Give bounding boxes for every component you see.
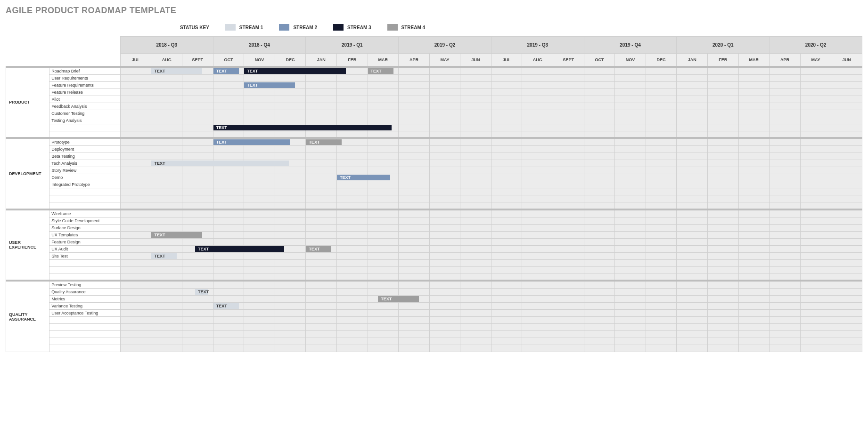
timeline-cell[interactable] (800, 345, 831, 352)
timeline-cell[interactable] (522, 103, 553, 110)
timeline-cell[interactable] (677, 117, 708, 124)
timeline-cell[interactable] (213, 224, 244, 231)
timeline-cell[interactable] (646, 195, 677, 202)
timeline-cell[interactable] (770, 310, 801, 317)
timeline-cell[interactable] (368, 274, 399, 281)
timeline-cell[interactable] (677, 274, 708, 281)
timeline-cell[interactable] (491, 174, 522, 181)
timeline-cell[interactable] (707, 345, 738, 352)
timeline-cell[interactable] (646, 281, 677, 289)
timeline-cell[interactable] (429, 324, 460, 331)
timeline-cell[interactable] (460, 281, 491, 289)
timeline-cell[interactable] (831, 117, 862, 124)
timeline-cell[interactable] (646, 296, 677, 303)
timeline-cell[interactable] (522, 266, 553, 274)
timeline-cell[interactable] (151, 245, 182, 252)
timeline-cell[interactable] (491, 96, 522, 103)
timeline-cell[interactable] (368, 245, 399, 252)
timeline-cell[interactable] (491, 217, 522, 224)
timeline-cell[interactable] (584, 345, 615, 352)
timeline-cell[interactable] (584, 89, 615, 96)
timeline-cell[interactable] (646, 188, 677, 195)
timeline-cell[interactable] (399, 202, 430, 209)
timeline-cell[interactable] (677, 96, 708, 103)
task-label[interactable]: Demo (49, 174, 121, 181)
timeline-cell[interactable] (738, 74, 770, 81)
timeline-cell[interactable] (399, 252, 430, 259)
timeline-cell[interactable] (182, 174, 213, 181)
timeline-cell[interactable] (336, 217, 368, 224)
timeline-cell[interactable] (336, 89, 368, 96)
timeline-cell[interactable] (244, 131, 275, 138)
timeline-cell[interactable] (120, 96, 151, 103)
timeline-cell[interactable] (800, 324, 831, 331)
timeline-cell[interactable] (615, 317, 646, 324)
timeline-cell[interactable] (738, 217, 770, 224)
timeline-cell[interactable] (244, 153, 275, 160)
timeline-cell[interactable] (584, 110, 615, 117)
timeline-cell[interactable] (275, 266, 306, 274)
timeline-cell[interactable] (336, 224, 368, 231)
timeline-cell[interactable] (553, 131, 584, 138)
timeline-cell[interactable] (615, 338, 646, 345)
timeline-cell[interactable] (213, 174, 244, 181)
timeline-cell[interactable] (522, 195, 553, 202)
timeline-cell[interactable] (831, 338, 862, 345)
timeline-cell[interactable] (553, 266, 584, 274)
timeline-cell[interactable] (460, 153, 491, 160)
timeline-cell[interactable] (677, 138, 708, 146)
timeline-cell[interactable] (336, 231, 368, 238)
timeline-cell[interactable] (182, 266, 213, 274)
timeline-cell[interactable] (182, 310, 213, 317)
timeline-cell[interactable] (615, 110, 646, 117)
timeline-cell[interactable] (615, 131, 646, 138)
timeline-cell[interactable] (244, 345, 275, 352)
timeline-cell[interactable] (800, 67, 831, 75)
timeline-cell[interactable] (615, 303, 646, 310)
timeline-cell[interactable] (491, 331, 522, 338)
timeline-cell[interactable] (707, 96, 738, 103)
task-label[interactable] (49, 338, 121, 345)
timeline-cell[interactable] (831, 138, 862, 146)
timeline-cell[interactable] (677, 331, 708, 338)
timeline-cell[interactable] (151, 74, 182, 81)
timeline-cell[interactable] (306, 266, 337, 274)
timeline-cell[interactable] (522, 259, 553, 266)
timeline-cell[interactable] (120, 274, 151, 281)
timeline-cell[interactable] (151, 274, 182, 281)
timeline-cell[interactable] (522, 245, 553, 252)
timeline-cell[interactable] (275, 331, 306, 338)
timeline-cell[interactable] (151, 138, 182, 146)
timeline-cell[interactable] (306, 167, 337, 174)
timeline-cell[interactable] (584, 209, 615, 217)
timeline-cell[interactable] (182, 103, 213, 110)
timeline-cell[interactable] (831, 231, 862, 238)
timeline-cell[interactable] (151, 217, 182, 224)
timeline-cell[interactable] (738, 167, 770, 174)
timeline-cell[interactable] (213, 131, 244, 138)
timeline-cell[interactable] (368, 338, 399, 345)
timeline-cell[interactable] (646, 238, 677, 245)
timeline-cell[interactable] (368, 131, 399, 138)
timeline-cell[interactable] (800, 89, 831, 96)
timeline-cell[interactable] (151, 195, 182, 202)
timeline-cell[interactable] (738, 231, 770, 238)
timeline-cell[interactable]: TEXT (244, 67, 275, 75)
timeline-cell[interactable] (399, 345, 430, 352)
timeline-cell[interactable] (800, 74, 831, 81)
timeline-cell[interactable] (151, 310, 182, 317)
timeline-cell[interactable] (553, 153, 584, 160)
timeline-cell[interactable] (800, 110, 831, 117)
timeline-cell[interactable]: TEXT (306, 245, 337, 252)
timeline-cell[interactable] (429, 245, 460, 252)
timeline-cell[interactable] (182, 209, 213, 217)
timeline-cell[interactable] (677, 289, 708, 296)
timeline-cell[interactable] (800, 310, 831, 317)
timeline-cell[interactable] (460, 266, 491, 274)
timeline-cell[interactable] (120, 310, 151, 317)
timeline-cell[interactable] (738, 345, 770, 352)
timeline-cell[interactable] (460, 124, 491, 131)
timeline-cell[interactable] (368, 252, 399, 259)
timeline-cell[interactable] (646, 181, 677, 188)
timeline-cell[interactable] (553, 224, 584, 231)
